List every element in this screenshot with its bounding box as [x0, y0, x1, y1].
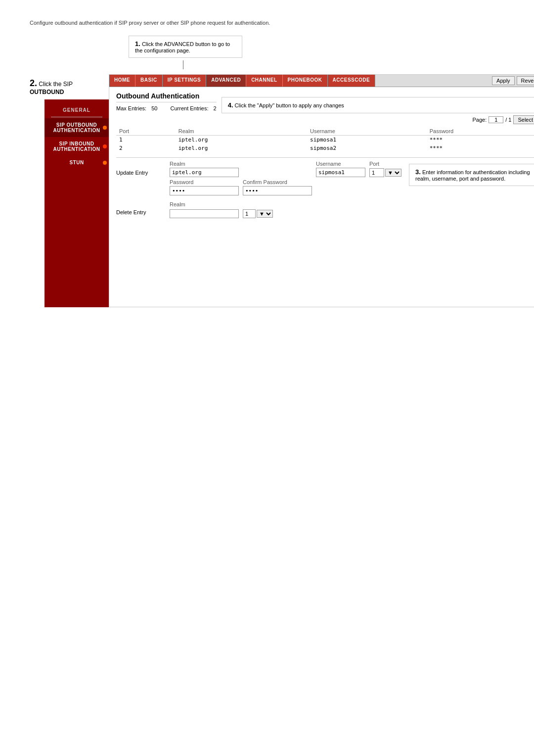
sidebar-dot-stun [103, 161, 107, 165]
step1-text: Click the ADVANCED button to go to the c… [135, 41, 230, 53]
auth-table: Port Realm Username Password 1 iptel.org… [116, 127, 534, 152]
col-spacer [243, 161, 312, 167]
delete-port-input[interactable] [243, 209, 256, 218]
sidebar-dot-outbound [103, 126, 107, 130]
sidebar-item-stun[interactable]: STUN [44, 156, 109, 169]
col-password: Password [427, 127, 534, 136]
tab-ip-settings[interactable]: IP SETTINGS [163, 75, 207, 87]
intro-text: Configure outbound authentication if SIP… [30, 20, 504, 26]
delete-port-select[interactable]: ▼ [257, 210, 273, 218]
row2-realm: iptel.org [176, 144, 307, 152]
sidebar-dot-inbound [103, 144, 107, 148]
col-port-header: Port [369, 161, 404, 167]
nav-tabs: HOME BASIC IP SETTINGS ADVANCED CHANNEL … [109, 75, 534, 87]
step4-callout: 4. Click the "Apply" button to apply any… [222, 97, 534, 113]
password-input[interactable] [170, 186, 239, 195]
content-area: HOME BASIC IP SETTINGS ADVANCED CHANNEL … [109, 74, 534, 307]
step4-text: Click the "Apply" button to apply any ch… [235, 102, 344, 108]
col-port: Port [116, 127, 176, 136]
sidebar: GENERAL SIP OUTBOUNDAUTHENTICATION SIP I… [44, 99, 109, 307]
page-total: / 1 [505, 117, 511, 123]
page-nav: Page: / 1 Select [116, 115, 534, 124]
max-entries-value: 50 [151, 105, 157, 111]
col-username: Username [307, 127, 427, 136]
update-form-label-spacer [116, 161, 166, 167]
nav-buttons: Apply Revert [489, 75, 534, 87]
tab-phonebook[interactable]: PHONEBOOK [283, 75, 328, 87]
table-row: 2 iptel.org sipmosa2 **** [116, 144, 534, 152]
row1-port: 1 [116, 136, 176, 144]
step1-numeral: 1. [135, 40, 140, 47]
entries-info: Max Entries: 50 Current Entries: 2 [116, 105, 217, 111]
step4-numeral: 4. [228, 101, 233, 109]
row2-username: sipmosa2 [307, 144, 427, 152]
sidebar-item-sip-outbound[interactable]: SIP OUTBOUNDAUTHENTICATION [44, 118, 109, 137]
tab-home[interactable]: HOME [109, 75, 135, 87]
update-port-input[interactable] [369, 168, 384, 177]
row2-port: 2 [116, 144, 176, 152]
row2-password: **** [427, 144, 534, 152]
delete-entry-label: Delete Entry [116, 209, 166, 215]
max-entries-label: Max Entries: [116, 105, 146, 111]
sidebar-item-sip-inbound-label: SIP INBOUNDAUTHENTICATION [53, 141, 100, 152]
step3-numeral: 3. [415, 168, 421, 176]
update-port-select[interactable]: ▼ [385, 169, 401, 177]
row1-realm: iptel.org [176, 136, 307, 144]
step1-callout: 1. Click the ADVANCED button to go to th… [129, 36, 242, 58]
col-realm-header: Realm [170, 161, 239, 167]
tab-accesscode[interactable]: ACCESSCODE [328, 75, 376, 87]
page-title: Outbound Authentication [116, 92, 217, 102]
col-username-header: Username [316, 161, 365, 167]
page-label: Page: [472, 117, 487, 123]
step2-line1: Click the SIP [39, 81, 73, 88]
sidebar-item-stun-label: STUN [69, 160, 84, 165]
tab-channel[interactable]: CHANNEL [246, 75, 282, 87]
update-realm-input[interactable] [170, 168, 239, 177]
sidebar-divider-1 [51, 117, 102, 117]
step2-line2: OUTBOUND [30, 89, 64, 95]
password-label: Password [170, 179, 239, 185]
step2-block: 2. Click the SIP OUTBOUND [30, 74, 109, 99]
row1-username: sipmosa1 [307, 136, 427, 144]
confirm-password-input[interactable] [243, 186, 312, 195]
current-entries-label: Current Entries: [171, 105, 209, 111]
page-content: Outbound Authentication Max Entries: 50 … [109, 87, 534, 223]
sidebar-item-sip-outbound-label: SIP OUTBOUNDAUTHENTICATION [53, 122, 100, 133]
update-username-input[interactable] [316, 168, 365, 177]
select-button[interactable]: Select [513, 115, 534, 124]
update-entry-label: Update Entry [116, 170, 166, 176]
page-input[interactable] [489, 116, 503, 123]
revert-button[interactable]: Revert [517, 76, 534, 85]
row1-password: **** [427, 136, 534, 144]
confirm-password-label: Confirm Password [243, 179, 312, 185]
sidebar-section-label: GENERAL [61, 104, 92, 116]
delete-realm-label: Realm [170, 201, 239, 207]
sidebar-item-sip-inbound[interactable]: SIP INBOUNDAUTHENTICATION [44, 137, 109, 156]
col-realm: Realm [176, 127, 307, 136]
table-row: 1 iptel.org sipmosa1 **** [116, 136, 534, 144]
tab-basic[interactable]: BASIC [135, 75, 163, 87]
tab-advanced[interactable]: ADVANCED [206, 75, 246, 87]
current-entries-value: 2 [214, 105, 217, 111]
step3-callout: 3. Enter information for authentication … [409, 164, 534, 186]
delete-realm-input[interactable] [170, 209, 239, 218]
apply-button[interactable]: Apply [492, 76, 515, 85]
step2-numeral: 2. [30, 78, 37, 88]
step3-text: Enter information for authentication inc… [415, 169, 530, 182]
outbound-auth-title: Outbound Authentication [116, 92, 199, 100]
